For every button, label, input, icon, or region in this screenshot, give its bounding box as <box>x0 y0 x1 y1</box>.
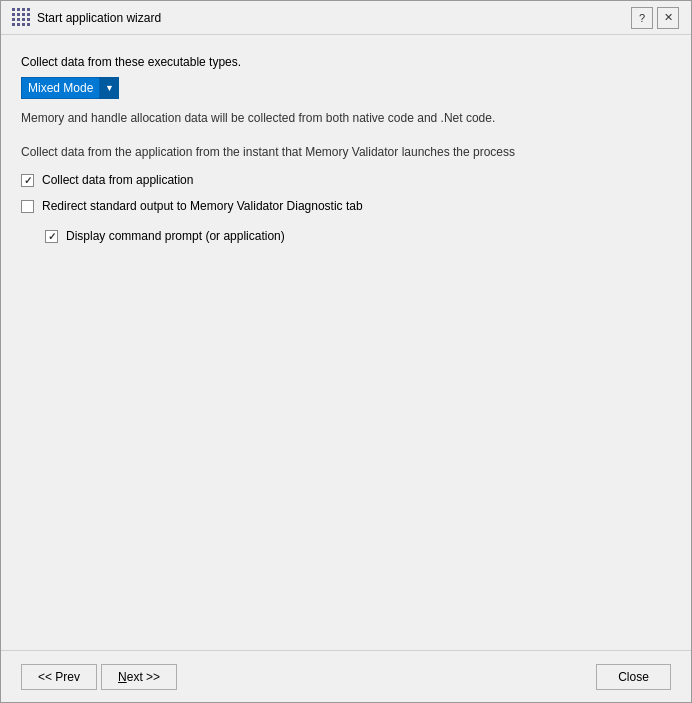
title-bar: Start application wizard ? ✕ <box>1 1 691 35</box>
display-cmd-checkbox[interactable] <box>45 230 58 243</box>
close-button[interactable]: Close <box>596 664 671 690</box>
display-cmd-row: Display command prompt (or application) <box>45 229 671 243</box>
dialog-footer: << Prev Next >> Close <box>1 650 691 702</box>
next-label: Next >> <box>118 670 160 684</box>
dialog-content: Collect data from these executable types… <box>1 35 691 650</box>
executable-type-dropdown[interactable]: Mixed Mode Native .Net Java <box>21 77 119 99</box>
collect-data-label[interactable]: Collect data from application <box>42 173 193 187</box>
title-bar-left: Start application wizard <box>13 10 161 26</box>
close-window-button[interactable]: ✕ <box>657 7 679 29</box>
dialog-window: Start application wizard ? ✕ Collect dat… <box>0 0 692 703</box>
spacer <box>21 255 671 640</box>
display-cmd-label[interactable]: Display command prompt (or application) <box>66 229 285 243</box>
footer-left-buttons: << Prev Next >> <box>21 664 177 690</box>
next-button[interactable]: Next >> <box>101 664 177 690</box>
redirect-output-checkbox[interactable] <box>21 200 34 213</box>
redirect-output-label[interactable]: Redirect standard output to Memory Valid… <box>42 199 363 213</box>
window-title: Start application wizard <box>37 11 161 25</box>
title-bar-controls: ? ✕ <box>631 7 679 29</box>
dropdown-container[interactable]: Mixed Mode Native .Net Java ▼ <box>21 77 119 99</box>
section-info: Collect data from the application from t… <box>21 143 671 161</box>
collect-data-row: Collect data from application <box>21 173 671 187</box>
dropdown-wrapper: Mixed Mode Native .Net Java ▼ <box>21 77 671 99</box>
help-button[interactable]: ? <box>631 7 653 29</box>
description-text: Memory and handle allocation data will b… <box>21 109 671 127</box>
redirect-output-row: Redirect standard output to Memory Valid… <box>21 199 671 213</box>
collect-label: Collect data from these executable types… <box>21 55 671 69</box>
prev-button[interactable]: << Prev <box>21 664 97 690</box>
app-icon <box>13 10 29 26</box>
collect-data-checkbox[interactable] <box>21 174 34 187</box>
